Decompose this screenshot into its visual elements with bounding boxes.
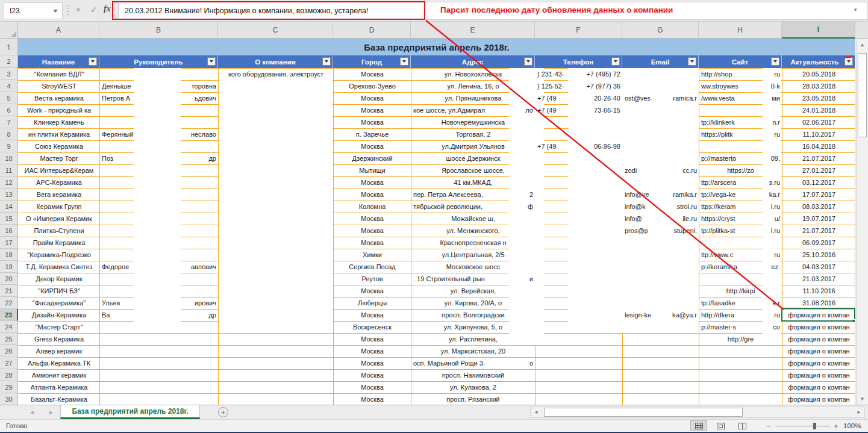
row-header-12[interactable]: 12 <box>0 176 18 188</box>
cell-D6[interactable]: Москва <box>334 104 411 116</box>
cell-G23[interactable]: lesign-keka@ya.r <box>623 309 699 321</box>
table-header-H[interactable]: Сайт <box>699 55 782 68</box>
cell-H23[interactable]: http://dkera.ru <box>699 309 782 321</box>
cell-I20[interactable]: 21.03.2017 <box>782 273 855 285</box>
row-header-9[interactable]: 9 <box>0 140 18 152</box>
cell-I26[interactable]: формация о компан <box>782 345 855 357</box>
cell-A6[interactable]: Work - природный ка <box>19 104 99 116</box>
next-sheet-icon[interactable]: ► <box>48 409 54 416</box>
table-header-A[interactable]: Название <box>18 55 99 68</box>
cell-H13[interactable]: tp://vega-keka.r <box>699 188 782 201</box>
cell-A26[interactable]: Алвер керамик <box>19 345 99 357</box>
cell-A28[interactable]: Аммонит керамик <box>19 369 99 381</box>
cell-A27[interactable]: Альфа-Керамика ТК <box>19 357 99 369</box>
cell-A8[interactable]: ин плитки Керамика <box>19 128 99 140</box>
column-header-E[interactable]: E <box>411 22 535 39</box>
cell-E13[interactable]: пер. Петра Алексеева,2 <box>411 188 535 201</box>
column-header-I[interactable]: I <box>782 22 855 39</box>
cell-D26[interactable]: Москва <box>334 345 411 357</box>
filter-button[interactable] <box>89 57 97 66</box>
table-header-G[interactable]: Email <box>622 55 699 68</box>
cell-E10[interactable]: шоссе Дзержинск <box>411 152 535 164</box>
cell-E21[interactable]: ул. Верейская, <box>411 285 535 297</box>
cell-I29[interactable]: формация о компан <box>782 381 855 393</box>
cell-D23[interactable]: Москва <box>334 309 411 321</box>
zoom-in-button[interactable]: + <box>834 422 838 431</box>
cell-A16[interactable]: Плитка-Ступени <box>19 225 99 237</box>
cell-A10[interactable]: Мастер Торг <box>19 152 99 164</box>
zoom-level-label[interactable]: 100% <box>843 422 861 429</box>
cell-H11[interactable]: https://zo <box>699 164 782 176</box>
cell-A25[interactable]: Gress Керамика <box>19 333 99 345</box>
filter-button[interactable] <box>771 57 779 66</box>
cell-E16[interactable]: ул. Менжинского, <box>411 225 535 237</box>
cell-E28[interactable]: просп. Нахимовский <box>411 369 535 381</box>
cell-H24[interactable]: p://master-sсо <box>699 321 782 333</box>
cell-B8[interactable]: Ферянныйнеславо <box>100 128 218 140</box>
column-header-A[interactable]: A <box>18 22 99 39</box>
scroll-up-icon[interactable]: ▲ <box>857 39 868 51</box>
cell-E20[interactable]: . 19 Строительный рыни <box>411 273 535 285</box>
column-header-B[interactable]: B <box>99 22 218 39</box>
cell-I24[interactable]: формация о компан <box>782 321 855 333</box>
column-header-F[interactable]: F <box>535 22 622 39</box>
table-header-F[interactable]: Телефон <box>535 55 622 68</box>
cell-G11[interactable]: zodicc.ru <box>623 164 699 176</box>
row-header-5[interactable]: 5 <box>0 92 18 104</box>
cell-I3[interactable]: 20.05.2018 <box>782 68 855 80</box>
cell-I27[interactable]: формация о компан <box>782 357 855 369</box>
column-header-H[interactable]: H <box>699 22 782 39</box>
column-header-C[interactable]: C <box>218 22 333 39</box>
cell-E5[interactable]: ул. Прянишникова <box>411 92 535 104</box>
sheet-tab-active[interactable]: База предприятий апрель 2018г. <box>60 405 200 419</box>
row-header-3[interactable]: 3 <box>0 68 18 80</box>
cell-I21[interactable]: 11.10.2016 <box>782 285 855 297</box>
cell-B22[interactable]: Ульевирович <box>100 297 218 309</box>
cell-A15[interactable]: О «Империя Керамик <box>19 213 99 225</box>
cell-A17[interactable]: Прайм Керамика <box>19 237 99 249</box>
cell-G14[interactable]: info@kstroi.ru <box>623 201 699 213</box>
cell-H22[interactable]: tp://fasadkek.r <box>699 297 782 309</box>
row-header-2[interactable]: 2 <box>0 55 18 68</box>
cell-E3[interactable]: ул. Новохохловска <box>411 68 535 80</box>
cell-D21[interactable]: Москва <box>334 285 411 297</box>
filter-button[interactable] <box>207 57 216 66</box>
cell-I10[interactable]: 21.07.2017 <box>782 152 855 164</box>
cell-H12[interactable]: ttp://arsceras.ru <box>699 176 782 188</box>
cell-A19[interactable]: Т.Д. Керамика Синтез <box>19 261 99 273</box>
cell-E25[interactable]: ул. Расплетина, <box>411 333 535 345</box>
cell-D27[interactable]: Москва <box>334 357 411 369</box>
vertical-scroll-thumb[interactable] <box>858 53 867 137</box>
cell-A18[interactable]: "Керамика-Подрезко <box>19 249 99 261</box>
cell-E6[interactable]: кое шоссе, ул.Адмиралло <box>411 104 535 116</box>
cell-B19[interactable]: Федоровавлович <box>100 261 218 273</box>
cell-E22[interactable]: ул. Кирова, 20/А, о <box>411 297 535 309</box>
cell-H15[interactable]: https://crystu/ <box>699 213 782 225</box>
cell-D29[interactable]: Москва <box>334 381 411 393</box>
cell-D10[interactable]: Дзержинский <box>334 152 411 164</box>
selected-cell-outline[interactable] <box>781 308 855 322</box>
row-header-6[interactable]: 6 <box>0 104 18 116</box>
cell-D7[interactable]: Москва <box>334 116 411 128</box>
row-header-25[interactable]: 25 <box>0 333 18 345</box>
cell-G5[interactable]: ost@vesramica.r <box>623 92 699 104</box>
row-header-23[interactable]: 23 <box>0 309 18 321</box>
cell-A11[interactable]: ИАС Интерьер&Керам <box>19 164 99 176</box>
new-sheet-button[interactable]: + <box>218 407 228 417</box>
cell-I25[interactable]: формация о компан <box>782 333 855 345</box>
cell-I4[interactable]: 28.03.2018 <box>782 80 855 92</box>
zoom-out-button[interactable]: − <box>766 422 771 431</box>
horizontal-scrollbar[interactable]: ◄ ► <box>530 407 865 418</box>
cell-H21[interactable]: http://kirpi <box>699 285 782 297</box>
cell-I14[interactable]: 08.03.2017 <box>782 201 855 213</box>
cell-E15[interactable]: Можайское ш, <box>411 213 535 225</box>
cell-I16[interactable]: 21.07.2017 <box>782 225 855 237</box>
cell-D11[interactable]: Мытищи <box>334 164 411 176</box>
cell-A14[interactable]: Керамик Групп <box>19 201 99 213</box>
cell-G13[interactable]: info@veramika.r <box>623 188 699 201</box>
row-header-14[interactable]: 14 <box>0 201 18 213</box>
insert-function-icon[interactable]: fx <box>104 4 111 14</box>
cell-A12[interactable]: АРС-Керамика <box>19 176 99 188</box>
cell-H4[interactable]: ww.stroywes0-k <box>699 80 782 92</box>
cell-D17[interactable]: Москва <box>334 237 411 249</box>
